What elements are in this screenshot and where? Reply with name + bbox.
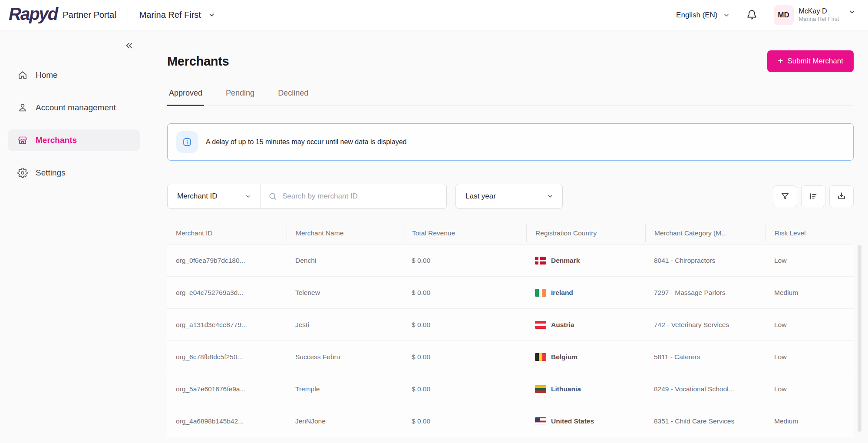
cell-merchant-category: 7297 - Massage Parlors xyxy=(645,289,766,297)
sidebar-item-account-management[interactable]: Account management xyxy=(8,97,140,119)
language-label: English (EN) xyxy=(676,11,717,20)
table-body: org_0f6ea79b7dc180... Denchi $ 0.00 Denm… xyxy=(167,244,854,437)
cell-registration-country: Lithuania xyxy=(526,385,645,393)
submit-merchant-button[interactable]: + Submit Merchant xyxy=(767,50,854,72)
column-header-risk-level[interactable]: Risk Level xyxy=(766,225,851,242)
column-header-merchant-category[interactable]: Merchant Category (M... xyxy=(645,225,766,242)
tab-pending[interactable]: Pending xyxy=(224,84,256,106)
cell-merchant-name: JeriNJone xyxy=(287,417,403,425)
org-switcher-label: Marina Ref First xyxy=(139,10,201,20)
cell-total-revenue: $ 0.00 xyxy=(403,289,526,297)
user-name: McKay D xyxy=(799,7,839,16)
cell-total-revenue: $ 0.00 xyxy=(403,257,526,264)
sidebar-item-settings[interactable]: Settings xyxy=(8,162,140,184)
country-name: Denmark xyxy=(551,257,580,264)
funnel-icon xyxy=(780,192,790,201)
country-name: Belgium xyxy=(551,353,578,361)
cell-merchant-name: Tremple xyxy=(287,385,403,393)
user-menu[interactable]: MD McKay D Marina Ref First xyxy=(774,5,856,25)
country-name: United States xyxy=(551,417,594,425)
cell-risk-level: Medium xyxy=(766,289,851,297)
cell-risk-level: Medium xyxy=(766,417,851,425)
language-selector[interactable]: English (EN) xyxy=(676,11,729,20)
product-name: Partner Portal xyxy=(63,10,116,20)
info-icon xyxy=(176,131,198,153)
chevron-down-icon xyxy=(723,12,730,19)
sidebar-item-home[interactable]: Home xyxy=(8,64,140,86)
search-field-selector-value: Merchant ID xyxy=(177,192,218,201)
notifications-button[interactable] xyxy=(746,10,757,20)
table-header-row: Merchant ID Merchant Name Total Revenue … xyxy=(167,222,854,244)
date-range-selector[interactable]: Last year xyxy=(455,184,563,209)
plus-icon: + xyxy=(778,56,783,66)
column-header-registration-country[interactable]: Registration Country xyxy=(526,225,645,242)
sort-button[interactable] xyxy=(801,185,825,207)
sidebar-item-label: Home xyxy=(36,70,58,80)
sidebar-item-label: Account management xyxy=(36,103,116,112)
date-range-value: Last year xyxy=(465,192,496,201)
cell-merchant-category: 8249 - Vocational School... xyxy=(645,385,766,393)
cell-merchant-id: org_4a6898b145b42... xyxy=(167,417,287,425)
sidebar-nav: Home Account management Merchants Settin… xyxy=(0,64,148,184)
cell-merchant-category: 5811 - Caterers xyxy=(645,353,766,361)
table-row[interactable]: org_e04c752769a3d... Telenew $ 0.00 Irel… xyxy=(167,276,854,308)
country-name: Ireland xyxy=(551,289,573,297)
rapyd-logo: Rapyd xyxy=(9,5,57,25)
storefront-icon xyxy=(17,135,28,145)
cell-registration-country: Ireland xyxy=(526,289,645,297)
cell-merchant-category: 8351 - Child Care Services xyxy=(645,417,766,425)
column-header-merchant-name[interactable]: Merchant Name xyxy=(287,225,403,242)
cell-merchant-id: org_e04c752769a3d... xyxy=(167,289,287,297)
tab-declined[interactable]: Declined xyxy=(276,84,310,106)
chevron-down-icon xyxy=(245,193,251,200)
cell-total-revenue: $ 0.00 xyxy=(403,417,526,425)
cell-merchant-id: org_a131d3e4ce8779... xyxy=(167,321,287,329)
cell-total-revenue: $ 0.00 xyxy=(403,321,526,329)
user-org: Marina Ref First xyxy=(799,16,839,23)
table-row[interactable]: org_a131d3e4ce8779... Jesti $ 0.00 Austr… xyxy=(167,308,854,341)
cell-registration-country: Belgium xyxy=(526,353,645,361)
status-tabs: Approved Pending Declined xyxy=(167,84,854,106)
country-flag xyxy=(535,417,546,425)
country-flag xyxy=(535,321,546,329)
search-input[interactable] xyxy=(282,192,439,201)
submit-merchant-label: Submit Merchant xyxy=(788,57,844,66)
column-header-total-revenue[interactable]: Total Revenue xyxy=(403,225,526,242)
cell-merchant-id: org_5a7e601676fe9a... xyxy=(167,385,287,393)
table-row[interactable]: org_0f6ea79b7dc180... Denchi $ 0.00 Denm… xyxy=(167,244,854,276)
person-icon xyxy=(17,102,28,113)
table-row[interactable]: org_5a7e601676fe9a... Tremple $ 0.00 Lit… xyxy=(167,373,854,405)
table-row[interactable]: org_4a6898b145b42... JeriNJone $ 0.00 Un… xyxy=(167,405,854,437)
cell-risk-level: Low xyxy=(766,257,851,264)
avatar: MD xyxy=(774,5,794,25)
column-header-merchant-id[interactable]: Merchant ID xyxy=(167,225,287,242)
filter-button[interactable] xyxy=(773,185,797,207)
cell-merchant-name: Success Febru xyxy=(287,353,403,361)
bell-icon xyxy=(746,10,757,20)
cell-risk-level: Low xyxy=(766,385,851,393)
country-flag xyxy=(535,289,546,297)
tab-approved[interactable]: Approved xyxy=(167,84,204,106)
download-button[interactable] xyxy=(829,185,854,207)
search-field-selector[interactable]: Merchant ID xyxy=(168,184,261,208)
sidebar-item-label: Merchants xyxy=(36,136,77,145)
sidebar: Home Account management Merchants Settin… xyxy=(0,30,148,443)
chevron-down-icon xyxy=(848,8,856,16)
sidebar-collapse-button[interactable] xyxy=(123,40,135,51)
country-name: Lithuania xyxy=(551,385,581,393)
cell-merchant-category: 742 - Veterinary Services xyxy=(645,321,766,329)
cell-registration-country: Denmark xyxy=(526,257,645,264)
merchants-table: Merchant ID Merchant Name Total Revenue … xyxy=(167,222,854,437)
download-icon xyxy=(837,192,846,201)
cell-registration-country: Austria xyxy=(526,321,645,329)
cell-registration-country: United States xyxy=(526,417,645,425)
delay-notice-text: A delay of up to 15 minutes may occur un… xyxy=(206,138,406,146)
sidebar-item-merchants[interactable]: Merchants xyxy=(8,129,140,151)
top-header: Rapyd Partner Portal Marina Ref First En… xyxy=(0,0,868,30)
cell-merchant-category: 8041 - Chiropractors xyxy=(645,257,766,264)
table-scrollbar[interactable] xyxy=(858,245,861,432)
org-switcher[interactable]: Marina Ref First xyxy=(139,10,215,20)
cell-risk-level: Low xyxy=(766,353,851,361)
cell-total-revenue: $ 0.00 xyxy=(403,385,526,393)
table-row[interactable]: org_6c78fb8dc5f250... Success Febru $ 0.… xyxy=(167,341,854,373)
